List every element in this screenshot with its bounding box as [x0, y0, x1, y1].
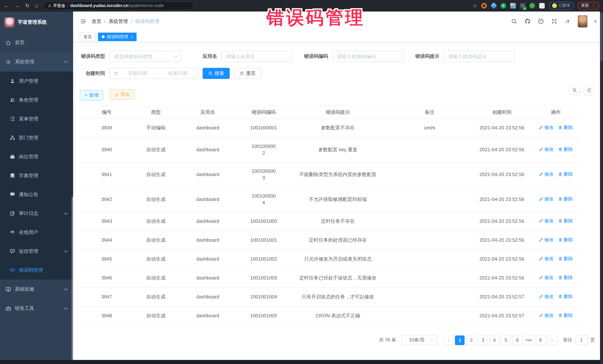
sidebar-scrollbar[interactable] — [72, 197, 73, 360]
pagination-ellipsis[interactable]: ••• — [524, 335, 534, 345]
hamburger-icon[interactable] — [80, 19, 86, 24]
tag-error-code[interactable]: 错误码管理 × — [98, 33, 137, 41]
table-row[interactable]: 3941自动生成dashboard100100000 3不能删除类型为系统内置的… — [80, 162, 581, 187]
search-button[interactable]: 搜索 — [203, 68, 230, 79]
delete-row-button[interactable]: 删除 — [558, 196, 573, 202]
sidebar-item-errcode[interactable]: 错误码管理 — [0, 261, 73, 279]
edit-row-button[interactable]: 修改 — [539, 196, 554, 202]
delete-row-button[interactable]: 删除 — [558, 218, 573, 224]
browser-home-icon[interactable]: ⌂ — [35, 3, 38, 9]
address-bar[interactable]: ⚠ 不安全 dashboard.yudao.iocoder.cn/system/… — [43, 1, 194, 10]
sidebar-item-online[interactable]: 在线用户 — [0, 223, 73, 242]
sidebar-item-devtools[interactable]: 研发工具 — [0, 299, 73, 318]
page-scrollbar[interactable] — [600, 11, 603, 364]
edit-row-button[interactable]: 修改 — [539, 293, 554, 300]
page-button-6[interactable]: 6 — [513, 335, 522, 345]
edit-row-button[interactable]: 修改 — [539, 255, 554, 262]
edit-row-button[interactable]: 修改 — [539, 218, 554, 224]
sidebar-item-audit[interactable]: 审计日志 — [0, 204, 73, 223]
sidebar-item-home[interactable]: 首页 — [0, 33, 73, 52]
sidebar-item-infra[interactable]: 基础设施 — [0, 279, 73, 299]
page-url[interactable]: dashboard.yudao.iocoder.cn/system/error-… — [70, 3, 164, 8]
delete-row-button[interactable]: 删除 — [558, 171, 573, 177]
sidebar-item-post[interactable]: 岗位管理 — [0, 147, 73, 166]
app-logo-row[interactable]: 芋道管理系统 — [0, 11, 73, 33]
add-button[interactable]: + 新增 — [80, 90, 103, 100]
page-button-5[interactable]: 5 — [501, 335, 511, 345]
extension-icon[interactable] — [520, 3, 525, 8]
close-icon[interactable]: × — [131, 35, 133, 39]
extension-icon[interactable] — [481, 3, 487, 8]
table-row[interactable]: 3943自动生成dashboard1001001000定时任务不存在2021-0… — [80, 212, 581, 231]
browser-update-button[interactable]: 更新 ⋮ — [578, 2, 599, 10]
edit-row-button[interactable]: 修改 — [539, 124, 554, 131]
extension-icon[interactable]: v — [500, 3, 506, 8]
error-type-select[interactable] — [109, 51, 181, 62]
page-button-3[interactable]: 3 — [478, 335, 488, 345]
table-row[interactable]: 3945自动生成dashboard1001001002只允许修改为开启或者关闭状… — [80, 250, 581, 269]
breadcrumb-system[interactable]: 系统管理 — [109, 18, 128, 25]
delete-row-button[interactable]: 删除 — [558, 236, 573, 243]
github-icon[interactable] — [524, 18, 531, 24]
table-row[interactable]: 3944自动生成dashboard1001001001定时任务的处理器已经存在2… — [80, 231, 581, 250]
table-row[interactable]: 3940自动生成dashboard100100000 2参数配置 key 重复2… — [80, 137, 581, 162]
breadcrumb-home[interactable]: 首页 — [92, 18, 101, 25]
sidebar-item-dict[interactable]: 字典管理 — [0, 166, 73, 185]
edit-row-button[interactable]: 修改 — [539, 312, 554, 319]
sidebar-item-system[interactable]: 系统管理 — [0, 52, 73, 72]
bookmark-star-icon[interactable]: ☆ — [473, 3, 477, 8]
show-search-button[interactable] — [569, 85, 580, 96]
next-page-button[interactable]: › — [547, 335, 557, 345]
extension-icon[interactable] — [529, 3, 535, 8]
font-size-icon[interactable]: TT — [564, 18, 571, 24]
app-name-input[interactable] — [221, 51, 292, 62]
search-icon[interactable] — [511, 18, 517, 24]
sidebar-item-sms[interactable]: 短信管理 — [0, 242, 73, 261]
extension-icon[interactable] — [510, 3, 516, 8]
browser-reload-icon[interactable]: ↻ — [25, 3, 30, 9]
edit-row-button[interactable]: 修改 — [539, 274, 554, 281]
delete-row-button[interactable]: 删除 — [558, 124, 573, 131]
help-icon[interactable]: ? — [538, 18, 544, 24]
sidebar-item-dept[interactable]: 部门管理 — [0, 128, 73, 147]
edit-row-button[interactable]: 修改 — [539, 236, 554, 243]
table-row[interactable]: 3942自动生成dashboard100100000 4不允许获取敏感配置到前端… — [80, 187, 581, 212]
table-row[interactable]: 3948自动生成dashboard1001001005CRON 表达式不正确20… — [80, 306, 581, 325]
page-button-4[interactable]: 4 — [490, 335, 499, 345]
prev-page-button[interactable]: ‹ — [444, 335, 453, 345]
page-button-8[interactable]: 8 — [536, 335, 545, 345]
sidebar-item-notice[interactable]: 通知公告 — [0, 185, 73, 204]
error-code-input[interactable] — [333, 51, 404, 62]
tag-home[interactable]: 首页 — [80, 33, 96, 41]
sidebar-item-role[interactable]: 角色管理 — [0, 90, 73, 109]
delete-row-button[interactable]: 删除 — [558, 312, 573, 319]
browser-forward-icon[interactable]: → — [14, 3, 20, 9]
browser-back-icon[interactable]: ← — [4, 3, 9, 9]
delete-row-button[interactable]: 删除 — [558, 255, 573, 262]
date-range-picker[interactable]: 开始日期 - 结束日期 — [109, 68, 198, 79]
delete-row-button[interactable]: 删除 — [558, 293, 573, 300]
reset-button[interactable]: 重置 — [234, 68, 261, 79]
sidebar-item-menu[interactable]: 菜单管理 — [0, 109, 73, 128]
page-button-2[interactable]: 2 — [467, 335, 476, 345]
user-avatar[interactable] — [578, 15, 587, 27]
table-row[interactable]: 3947自动生成dashboard1001001004只有开启状态的任务，才可以… — [80, 287, 581, 306]
goto-page-input[interactable] — [575, 335, 588, 345]
sidebar-item-user[interactable]: 用户管理 — [0, 72, 73, 90]
table-row[interactable]: 3946自动生成dashboard1001001003定时任务已经处于该状态，无… — [80, 269, 581, 287]
extensions-puzzle-icon[interactable] — [539, 3, 545, 8]
chevron-down-icon[interactable]: ▾ — [594, 19, 596, 23]
refresh-table-button[interactable] — [584, 85, 594, 96]
page-button-1[interactable]: 1 — [455, 335, 465, 345]
delete-row-button[interactable]: 删除 — [558, 146, 573, 153]
export-button[interactable]: 导出 — [109, 89, 135, 100]
page-size-select[interactable]: 10条/页 — [402, 335, 437, 345]
table-row[interactable]: 3939手动编辑dashboard1001000001参数配置不存在ceshi2… — [80, 118, 581, 137]
edit-row-button[interactable]: 修改 — [539, 171, 554, 177]
error-hint-input[interactable] — [444, 51, 515, 62]
edit-row-button[interactable]: 修改 — [539, 146, 554, 153]
browser-menu-icon[interactable]: ⋮ — [591, 3, 596, 8]
delete-row-button[interactable]: 删除 — [558, 274, 573, 281]
extension-paused-badge[interactable]: 已暂停 — [549, 2, 574, 10]
extension-icon[interactable] — [490, 2, 497, 9]
